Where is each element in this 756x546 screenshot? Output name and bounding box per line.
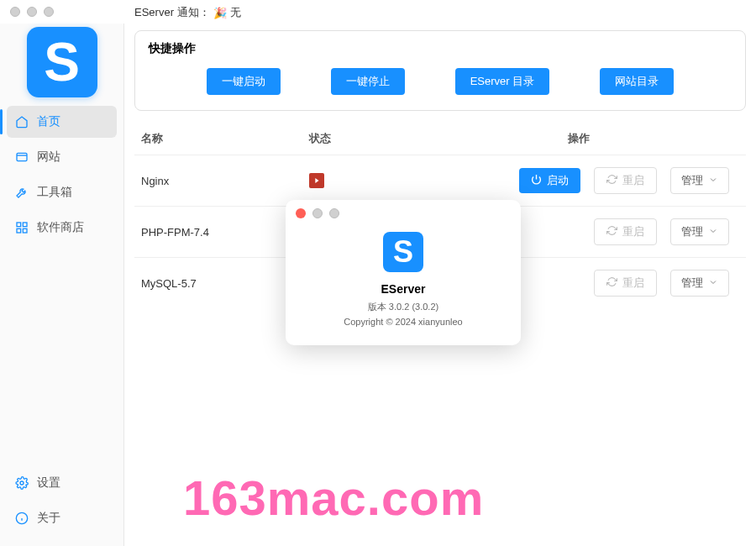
button-label: 管理 bbox=[681, 224, 703, 239]
minimize-dot[interactable] bbox=[312, 208, 323, 218]
table-header-row: 名称 状态 操作 bbox=[134, 123, 746, 155]
button-label: 管理 bbox=[681, 173, 703, 188]
refresh-icon bbox=[606, 276, 617, 290]
about-window-controls bbox=[286, 200, 521, 227]
restart-button[interactable]: 重启 bbox=[594, 270, 657, 297]
status-stopped-icon bbox=[309, 173, 324, 188]
quick-actions-title: 快捷操作 bbox=[149, 41, 732, 56]
quick-buttons-row: 一键启动 一键停止 EServer 目录 网站目录 bbox=[149, 68, 732, 95]
table-row: Nginx 启动 重启 bbox=[134, 155, 746, 206]
header-actions: 操作 bbox=[418, 131, 739, 146]
manage-dropdown[interactable]: 管理 bbox=[670, 167, 729, 194]
button-label: 重启 bbox=[622, 224, 644, 239]
service-status bbox=[309, 173, 418, 188]
grid-icon bbox=[15, 221, 29, 234]
sidebar-item-label: 网站 bbox=[37, 150, 60, 165]
sidebar-item-websites[interactable]: 网站 bbox=[7, 141, 117, 173]
nav-main: 首页 网站 工具箱 软件商店 bbox=[0, 106, 123, 467]
logo-container: S bbox=[0, 24, 123, 106]
about-copyright: Copyright © 2024 xianyunleo bbox=[344, 317, 462, 327]
maximize-dot[interactable] bbox=[44, 7, 54, 17]
notice-prefix: EServer 通知： bbox=[134, 5, 210, 20]
sidebar-item-label: 软件商店 bbox=[37, 220, 84, 235]
chevron-down-icon bbox=[708, 226, 718, 239]
gear-icon bbox=[15, 476, 29, 490]
button-label: 启动 bbox=[547, 173, 569, 188]
info-icon bbox=[15, 512, 29, 525]
about-body: S EServer 版本 3.0.2 (3.0.2) Copyright © 2… bbox=[286, 227, 521, 345]
sidebar-item-label: 工具箱 bbox=[37, 185, 72, 200]
wrench-icon bbox=[15, 186, 29, 199]
about-dialog: S EServer 版本 3.0.2 (3.0.2) Copyright © 2… bbox=[286, 200, 521, 345]
service-name: PHP-FPM-7.4 bbox=[141, 226, 309, 239]
sidebar-item-settings[interactable]: 设置 bbox=[7, 467, 117, 499]
about-version: 版本 3.0.2 (3.0.2) bbox=[368, 301, 438, 313]
svg-rect-5 bbox=[23, 228, 27, 233]
party-icon: 🎉 bbox=[213, 7, 227, 19]
service-name: Nginx bbox=[141, 175, 309, 187]
sidebar-item-toolbox[interactable]: 工具箱 bbox=[7, 176, 117, 208]
svg-rect-2 bbox=[17, 223, 21, 227]
manage-dropdown[interactable]: 管理 bbox=[670, 218, 729, 245]
header-name: 名称 bbox=[141, 131, 309, 146]
service-name: MySQL-5.7 bbox=[141, 277, 309, 290]
one-click-start-button[interactable]: 一键启动 bbox=[207, 68, 281, 95]
sidebar-item-about[interactable]: 关于 bbox=[7, 502, 117, 534]
quick-actions-panel: 快捷操作 一键启动 一键停止 EServer 目录 网站目录 bbox=[134, 30, 746, 111]
app-logo: S bbox=[27, 27, 97, 97]
close-dot[interactable] bbox=[296, 208, 306, 218]
minimize-dot[interactable] bbox=[27, 7, 37, 17]
chevron-down-icon bbox=[708, 277, 718, 290]
nav-bottom: 设置 关于 bbox=[0, 467, 123, 546]
sidebar-item-label: 首页 bbox=[37, 114, 60, 129]
about-logo: S bbox=[383, 232, 423, 272]
header-status: 状态 bbox=[309, 131, 418, 146]
website-dir-button[interactable]: 网站目录 bbox=[600, 68, 674, 95]
power-icon bbox=[531, 174, 542, 187]
button-label: 管理 bbox=[681, 276, 703, 291]
notice-bar: EServer 通知： 🎉 无 bbox=[124, 0, 756, 25]
close-dot[interactable] bbox=[10, 7, 20, 17]
start-button[interactable]: 启动 bbox=[519, 168, 580, 193]
notice-text: 无 bbox=[230, 5, 241, 20]
sidebar-item-label: 关于 bbox=[37, 511, 60, 526]
sidebar-item-label: 设置 bbox=[37, 475, 60, 491]
home-icon bbox=[15, 115, 29, 129]
one-click-stop-button[interactable]: 一键停止 bbox=[331, 68, 405, 95]
sidebar: S 首页 网站 工具箱 bbox=[0, 24, 124, 546]
refresh-icon bbox=[606, 174, 617, 187]
eserver-dir-button[interactable]: EServer 目录 bbox=[455, 68, 550, 95]
window-icon bbox=[15, 150, 29, 164]
chevron-down-icon bbox=[708, 175, 718, 187]
restart-button[interactable]: 重启 bbox=[594, 218, 657, 245]
button-label: 重启 bbox=[622, 173, 644, 188]
sidebar-item-store[interactable]: 软件商店 bbox=[7, 212, 117, 244]
button-label: 重启 bbox=[622, 276, 644, 291]
maximize-dot[interactable] bbox=[329, 208, 339, 218]
refresh-icon bbox=[606, 225, 617, 239]
about-title: EServer bbox=[381, 282, 426, 296]
sidebar-item-home[interactable]: 首页 bbox=[7, 106, 117, 138]
restart-button[interactable]: 重启 bbox=[594, 167, 657, 194]
svg-point-6 bbox=[20, 481, 24, 485]
svg-rect-4 bbox=[17, 228, 21, 233]
svg-rect-0 bbox=[17, 153, 27, 160]
manage-dropdown[interactable]: 管理 bbox=[670, 270, 729, 297]
svg-rect-3 bbox=[23, 223, 27, 227]
